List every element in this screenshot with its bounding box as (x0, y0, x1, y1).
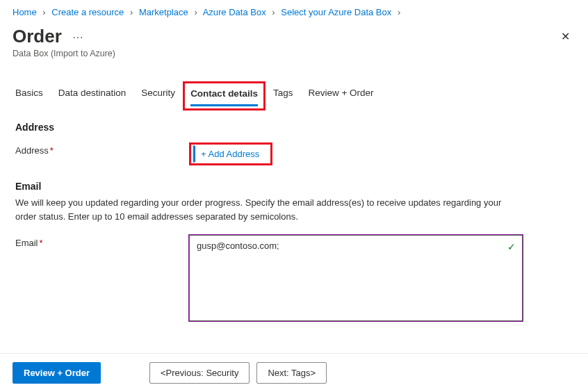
tab-data-destination[interactable]: Data destination (58, 85, 126, 106)
address-heading: Address (15, 122, 573, 133)
highlight-box: Contact details (183, 81, 266, 111)
tab-security[interactable]: Security (141, 85, 175, 106)
page-subtitle: Data Box (Import to Azure) (0, 47, 588, 58)
breadcrumb-marketplace[interactable]: Marketplace (139, 7, 188, 17)
required-indicator: * (50, 145, 54, 156)
chevron-right-icon: › (42, 7, 45, 17)
breadcrumb-azure-data-box[interactable]: Azure Data Box (203, 7, 266, 17)
breadcrumb-create-resource[interactable]: Create a resource (51, 7, 124, 17)
checkmark-icon: ✓ (507, 241, 516, 252)
tab-review-order[interactable]: Review + Order (308, 85, 373, 106)
tab-contact-details[interactable]: Contact details (190, 85, 258, 106)
breadcrumb: Home › Create a resource › Marketplace ›… (0, 0, 588, 22)
email-field[interactable] (189, 235, 523, 321)
chevron-right-icon: › (130, 7, 133, 17)
tabs: Basics Data destination Security Contact… (0, 85, 588, 106)
email-description: We will keep you updated regarding your … (15, 196, 516, 224)
highlight-box: + Add Address (189, 142, 272, 165)
address-label: Address* (15, 142, 189, 156)
more-options-icon[interactable]: ··· (73, 31, 84, 42)
required-indicator: * (40, 238, 43, 248)
review-order-button[interactable]: Review + Order (13, 362, 101, 384)
add-address-button[interactable]: + Add Address (193, 145, 268, 163)
close-icon[interactable]: ✕ (557, 27, 574, 46)
tab-tags[interactable]: Tags (273, 85, 293, 106)
chevron-right-icon: › (398, 7, 400, 17)
next-button[interactable]: Next: Tags> (256, 362, 327, 384)
email-heading: Email (15, 181, 573, 192)
breadcrumb-select-data-box[interactable]: Select your Azure Data Box (281, 7, 391, 17)
footer: Review + Order <Previous: Security Next:… (0, 353, 588, 392)
breadcrumb-home[interactable]: Home (13, 7, 37, 17)
email-label: Email* (15, 235, 189, 248)
page-title: Order (13, 26, 62, 47)
chevron-right-icon: › (194, 7, 197, 17)
chevron-right-icon: › (272, 7, 275, 17)
previous-button[interactable]: <Previous: Security (149, 362, 250, 384)
tab-basics[interactable]: Basics (15, 85, 43, 106)
